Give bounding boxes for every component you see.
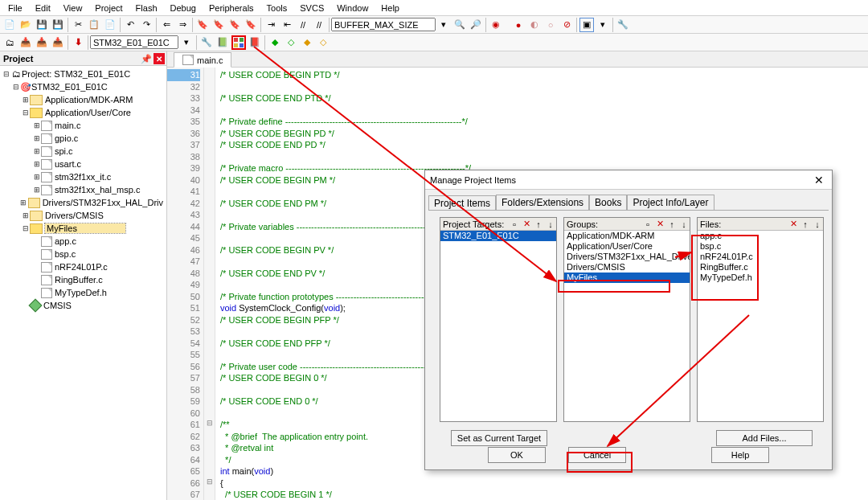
- tree-file[interactable]: ⊞usart.c: [0, 158, 166, 170]
- tree-file[interactable]: app.c: [0, 235, 166, 248]
- delete-icon[interactable]: ✕: [654, 219, 665, 230]
- target-select[interactable]: [90, 35, 178, 49]
- list-item[interactable]: Application/MDK-ARM: [564, 231, 690, 241]
- move-down-icon[interactable]: ↓: [678, 219, 690, 230]
- list-item[interactable]: STM32_E01_E01C: [440, 231, 556, 241]
- tree-file[interactable]: ⊞main.c: [0, 119, 166, 132]
- tree-folder-usercore[interactable]: ⊟Application/User/Core: [0, 106, 166, 119]
- tree-file[interactable]: bsp.c: [0, 248, 166, 260]
- list-item[interactable]: bsp.c: [698, 241, 823, 252]
- menu-help[interactable]: Help: [375, 2, 406, 14]
- undo-icon[interactable]: ↶: [123, 18, 137, 32]
- move-up-icon[interactable]: ↑: [800, 219, 811, 230]
- redo-icon[interactable]: ↷: [139, 18, 154, 32]
- new-file-icon[interactable]: 📄: [2, 18, 17, 32]
- tree-target[interactable]: ⊟🎯STM32_E01_E01C: [0, 80, 166, 93]
- list-item[interactable]: Drivers/STM32F1xx_HAL_Driver: [564, 252, 690, 262]
- list-item[interactable]: RingBuffer.c: [698, 262, 823, 273]
- tree-cmsis[interactable]: CMSIS: [0, 299, 166, 312]
- uncomment-icon[interactable]: //: [312, 18, 326, 32]
- breakpoint-disable-icon[interactable]: ○: [543, 18, 558, 32]
- breakpoint-insert-icon[interactable]: ●: [511, 18, 526, 32]
- tab-project-items[interactable]: Project Items: [428, 195, 496, 211]
- tree-file[interactable]: ⊞stm32f1xx_hal_msp.c: [0, 183, 166, 196]
- manage-components-icon[interactable]: 📗: [215, 35, 230, 50]
- tree-folder-haldrv[interactable]: ⊞Drivers/STM32F1xx_HAL_Driv: [0, 196, 166, 209]
- manage-books-icon[interactable]: 📕: [248, 35, 262, 50]
- set-as-current-target-button[interactable]: Set as Current Target: [451, 430, 547, 446]
- save-all-icon[interactable]: 💾: [51, 18, 65, 32]
- comment-icon[interactable]: //: [296, 18, 310, 32]
- files-list[interactable]: app.c bsp.c nRF24L01P.c RingBuffer.c MyT…: [698, 231, 823, 421]
- menu-edit[interactable]: Edit: [29, 2, 57, 14]
- configure-icon[interactable]: 🔧: [616, 18, 630, 32]
- pin-icon[interactable]: 📌: [141, 53, 152, 64]
- tree-file[interactable]: MyTypeDef.h: [0, 286, 166, 299]
- build-target-icon[interactable]: 📥: [18, 35, 33, 50]
- menu-debug[interactable]: Debug: [164, 2, 203, 14]
- list-item[interactable]: MyTypeDef.h: [698, 273, 823, 283]
- menu-tools[interactable]: Tools: [260, 2, 294, 14]
- targets-list[interactable]: STM32_E01_E01C: [440, 231, 556, 421]
- tab-project-info-layer[interactable]: Project Info/Layer: [627, 195, 714, 210]
- move-down-icon[interactable]: ↓: [812, 219, 823, 230]
- menu-svcs[interactable]: SVCS: [293, 2, 330, 14]
- move-up-icon[interactable]: ↑: [666, 219, 678, 230]
- build-icon[interactable]: 🗂: [2, 35, 17, 50]
- list-item-myfiles[interactable]: MyFiles: [564, 273, 690, 283]
- window-icon[interactable]: ▣: [579, 18, 594, 32]
- bookmark-prev-icon[interactable]: 🔖: [211, 18, 226, 32]
- move-up-icon[interactable]: ↑: [533, 219, 544, 230]
- options-icon[interactable]: 🔧: [199, 35, 214, 50]
- download-icon[interactable]: ⬇: [71, 35, 85, 50]
- list-item[interactable]: Application/User/Core: [564, 241, 690, 252]
- batch-build-icon[interactable]: 📥: [51, 35, 65, 50]
- manage-rte-icon[interactable]: ◇: [316, 35, 330, 50]
- outdent-icon[interactable]: ⇤: [280, 18, 294, 32]
- menu-file[interactable]: File: [2, 2, 29, 14]
- delete-icon[interactable]: ✕: [521, 219, 532, 230]
- tab-folders-extensions[interactable]: Folders/Extensions: [496, 195, 589, 210]
- delete-icon[interactable]: ✕: [788, 219, 799, 230]
- close-icon[interactable]: ✕: [154, 53, 165, 64]
- open-file-icon[interactable]: 📂: [18, 18, 33, 32]
- menu-flash[interactable]: Flash: [129, 2, 164, 14]
- dropdown-icon[interactable]: ▾: [179, 35, 194, 50]
- editor-tab-main[interactable]: main.c: [174, 52, 231, 68]
- move-down-icon[interactable]: ↓: [545, 219, 556, 230]
- dialog-title-bar[interactable]: Manage Project Items ✕: [425, 170, 832, 190]
- tree-folder-myfiles[interactable]: ⊟MyFiles: [0, 222, 166, 235]
- bookmark-icon[interactable]: 🔖: [195, 18, 210, 32]
- tree-file[interactable]: ⊞gpio.c: [0, 132, 166, 145]
- rebuild-icon[interactable]: 📥: [35, 35, 49, 50]
- tree-file[interactable]: RingBuffer.c: [0, 273, 166, 286]
- new-icon[interactable]: ▫: [509, 219, 520, 230]
- tab-books[interactable]: Books: [589, 195, 627, 210]
- menu-peripherals[interactable]: Peripherals: [203, 2, 260, 14]
- tree-file[interactable]: ⊞spi.c: [0, 145, 166, 158]
- tree-folder-cmsis[interactable]: ⊞Drivers/CMSIS: [0, 209, 166, 222]
- tree-root[interactable]: ⊟🗂Project: STM32_E01_E01C: [0, 68, 166, 80]
- search-input[interactable]: [331, 18, 436, 31]
- select-packs-icon[interactable]: ◇: [284, 35, 298, 50]
- find-in-files-icon[interactable]: 🔎: [469, 18, 483, 32]
- ok-button[interactable]: OK: [488, 447, 546, 463]
- paste-icon[interactable]: 📄: [103, 18, 117, 32]
- dropdown-icon[interactable]: ▾: [596, 18, 610, 32]
- new-icon[interactable]: ▫: [642, 219, 653, 230]
- breakpoint-enable-icon[interactable]: ◐: [527, 18, 542, 32]
- menu-window[interactable]: Window: [330, 2, 375, 14]
- cut-icon[interactable]: ✂: [71, 18, 85, 32]
- tree-file[interactable]: ⊞stm32f1xx_it.c: [0, 170, 166, 183]
- bookmark-clear-icon[interactable]: 🔖: [244, 18, 258, 32]
- manage-project-items-icon[interactable]: [231, 35, 246, 50]
- tree-file[interactable]: nRF24L01P.c: [0, 260, 166, 273]
- groups-list[interactable]: Application/MDK-ARM Application/User/Cor…: [564, 231, 690, 421]
- list-item[interactable]: nRF24L01P.c: [698, 252, 823, 262]
- menu-view[interactable]: View: [57, 2, 89, 14]
- copy-icon[interactable]: 📋: [87, 18, 101, 32]
- indent-icon[interactable]: ⇥: [264, 18, 278, 32]
- close-icon[interactable]: ✕: [811, 174, 827, 186]
- add-files-button[interactable]: Add Files...: [716, 430, 813, 446]
- pack-installer-icon[interactable]: ◆: [268, 35, 282, 50]
